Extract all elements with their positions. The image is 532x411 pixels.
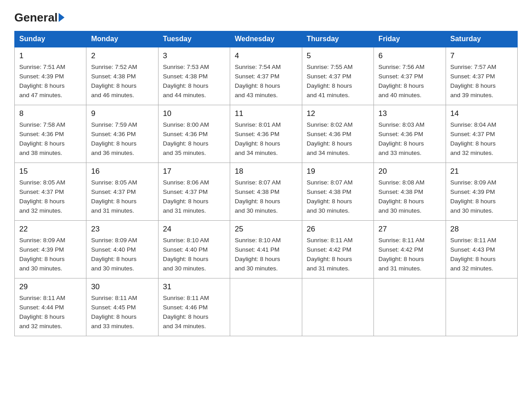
header-thursday: Thursday (302, 31, 373, 47)
day-info: Sunrise: 8:10 AMSunset: 4:41 PMDaylight:… (235, 237, 281, 272)
calendar-week-row: 29Sunrise: 8:11 AMSunset: 4:44 PMDayligh… (15, 278, 518, 336)
calendar-header-row: SundayMondayTuesdayWednesdayThursdayFrid… (15, 31, 518, 47)
header-monday: Monday (86, 31, 158, 47)
header-friday: Friday (374, 31, 446, 47)
day-info: Sunrise: 7:56 AMSunset: 4:37 PMDaylight:… (378, 64, 425, 98)
calendar-day-cell: 10Sunrise: 8:00 AMSunset: 4:36 PMDayligh… (158, 105, 230, 163)
day-info: Sunrise: 8:02 AMSunset: 4:36 PMDaylight:… (307, 121, 353, 156)
calendar-week-row: 22Sunrise: 8:09 AMSunset: 4:39 PMDayligh… (15, 221, 518, 278)
day-info: Sunrise: 8:05 AMSunset: 4:37 PMDaylight:… (91, 179, 137, 214)
calendar-day-cell: 1Sunrise: 7:51 AMSunset: 4:39 PMDaylight… (15, 47, 86, 105)
logo-arrow-icon (59, 13, 64, 22)
day-number: 2 (91, 50, 153, 62)
calendar-day-cell: 22Sunrise: 8:09 AMSunset: 4:39 PMDayligh… (15, 221, 86, 278)
day-number: 26 (307, 223, 369, 235)
calendar-day-cell: 18Sunrise: 8:07 AMSunset: 4:38 PMDayligh… (230, 163, 302, 221)
header-saturday: Saturday (446, 31, 517, 47)
day-info: Sunrise: 8:11 AMSunset: 4:42 PMDaylight:… (378, 237, 425, 272)
day-number: 23 (91, 223, 153, 235)
day-info: Sunrise: 7:59 AMSunset: 4:36 PMDaylight:… (91, 121, 137, 156)
day-info: Sunrise: 8:00 AMSunset: 4:36 PMDaylight:… (163, 121, 209, 156)
day-number: 31 (163, 281, 225, 293)
day-info: Sunrise: 7:57 AMSunset: 4:37 PMDaylight:… (450, 64, 497, 98)
day-info: Sunrise: 7:53 AMSunset: 4:38 PMDaylight:… (163, 64, 209, 98)
day-info: Sunrise: 8:11 AMSunset: 4:43 PMDaylight:… (450, 237, 497, 272)
day-number: 20 (378, 166, 441, 177)
calendar-day-cell (446, 278, 517, 336)
day-number: 25 (235, 223, 297, 235)
day-info: Sunrise: 8:08 AMSunset: 4:38 PMDaylight:… (378, 179, 425, 214)
day-number: 8 (19, 108, 82, 120)
day-info: Sunrise: 8:06 AMSunset: 4:37 PMDaylight:… (163, 179, 209, 214)
calendar-day-cell: 2Sunrise: 7:52 AMSunset: 4:38 PMDaylight… (86, 47, 158, 105)
day-number: 6 (378, 50, 441, 62)
calendar-day-cell: 24Sunrise: 8:10 AMSunset: 4:40 PMDayligh… (158, 221, 230, 278)
day-info: Sunrise: 7:55 AMSunset: 4:37 PMDaylight:… (307, 64, 353, 98)
day-number: 17 (163, 166, 225, 177)
day-info: Sunrise: 8:10 AMSunset: 4:40 PMDaylight:… (163, 237, 209, 272)
calendar-day-cell: 16Sunrise: 8:05 AMSunset: 4:37 PMDayligh… (86, 163, 158, 221)
calendar-week-row: 8Sunrise: 7:58 AMSunset: 4:36 PMDaylight… (15, 105, 518, 163)
calendar-day-cell (230, 278, 302, 336)
calendar-day-cell: 19Sunrise: 8:07 AMSunset: 4:38 PMDayligh… (302, 163, 373, 221)
day-number: 19 (307, 166, 369, 177)
day-number: 30 (91, 281, 153, 293)
calendar-day-cell: 6Sunrise: 7:56 AMSunset: 4:37 PMDaylight… (374, 47, 446, 105)
day-number: 9 (91, 108, 153, 120)
day-number: 16 (91, 166, 153, 177)
calendar-day-cell: 20Sunrise: 8:08 AMSunset: 4:38 PMDayligh… (374, 163, 446, 221)
day-info: Sunrise: 8:04 AMSunset: 4:37 PMDaylight:… (450, 121, 497, 156)
calendar-week-row: 1Sunrise: 7:51 AMSunset: 4:39 PMDaylight… (15, 47, 518, 105)
calendar-day-cell (374, 278, 446, 336)
header-tuesday: Tuesday (158, 31, 230, 47)
day-number: 18 (235, 166, 297, 177)
day-number: 15 (19, 166, 82, 177)
day-number: 10 (163, 108, 225, 120)
calendar-day-cell: 8Sunrise: 7:58 AMSunset: 4:36 PMDaylight… (15, 105, 86, 163)
day-info: Sunrise: 8:09 AMSunset: 4:40 PMDaylight:… (91, 237, 137, 272)
calendar-day-cell (302, 278, 373, 336)
day-number: 13 (378, 108, 441, 120)
day-number: 28 (450, 223, 513, 235)
day-info: Sunrise: 8:07 AMSunset: 4:38 PMDaylight:… (235, 179, 281, 214)
day-info: Sunrise: 8:11 AMSunset: 4:45 PMDaylight:… (91, 295, 137, 330)
calendar-day-cell: 26Sunrise: 8:11 AMSunset: 4:42 PMDayligh… (302, 221, 373, 278)
day-info: Sunrise: 7:54 AMSunset: 4:37 PMDaylight:… (235, 64, 281, 98)
calendar-day-cell: 7Sunrise: 7:57 AMSunset: 4:37 PMDaylight… (446, 47, 517, 105)
day-info: Sunrise: 8:07 AMSunset: 4:38 PMDaylight:… (307, 179, 353, 214)
header-wednesday: Wednesday (230, 31, 302, 47)
day-number: 21 (450, 166, 513, 177)
logo: General (14, 11, 64, 23)
calendar-day-cell: 13Sunrise: 8:03 AMSunset: 4:36 PMDayligh… (374, 105, 446, 163)
day-info: Sunrise: 8:03 AMSunset: 4:36 PMDaylight:… (378, 121, 425, 156)
calendar-day-cell: 4Sunrise: 7:54 AMSunset: 4:37 PMDaylight… (230, 47, 302, 105)
calendar-day-cell: 27Sunrise: 8:11 AMSunset: 4:42 PMDayligh… (374, 221, 446, 278)
calendar-day-cell: 15Sunrise: 8:05 AMSunset: 4:37 PMDayligh… (15, 163, 86, 221)
day-number: 3 (163, 50, 225, 62)
day-number: 1 (19, 50, 82, 62)
page-header: General (14, 11, 518, 23)
calendar-day-cell: 28Sunrise: 8:11 AMSunset: 4:43 PMDayligh… (446, 221, 517, 278)
calendar-day-cell: 29Sunrise: 8:11 AMSunset: 4:44 PMDayligh… (15, 278, 86, 336)
day-info: Sunrise: 8:05 AMSunset: 4:37 PMDaylight:… (19, 179, 65, 214)
day-number: 12 (307, 108, 369, 120)
day-info: Sunrise: 8:01 AMSunset: 4:36 PMDaylight:… (235, 121, 281, 156)
day-number: 27 (378, 223, 441, 235)
day-info: Sunrise: 7:58 AMSunset: 4:36 PMDaylight:… (19, 121, 65, 156)
calendar-day-cell: 30Sunrise: 8:11 AMSunset: 4:45 PMDayligh… (86, 278, 158, 336)
calendar-day-cell: 5Sunrise: 7:55 AMSunset: 4:37 PMDaylight… (302, 47, 373, 105)
day-number: 7 (450, 50, 513, 62)
day-info: Sunrise: 8:11 AMSunset: 4:46 PMDaylight:… (163, 295, 209, 330)
calendar-week-row: 15Sunrise: 8:05 AMSunset: 4:37 PMDayligh… (15, 163, 518, 221)
day-number: 22 (19, 223, 82, 235)
calendar-table: SundayMondayTuesdayWednesdayThursdayFrid… (14, 31, 518, 336)
calendar-day-cell: 23Sunrise: 8:09 AMSunset: 4:40 PMDayligh… (86, 221, 158, 278)
calendar-day-cell: 17Sunrise: 8:06 AMSunset: 4:37 PMDayligh… (158, 163, 230, 221)
calendar-day-cell: 12Sunrise: 8:02 AMSunset: 4:36 PMDayligh… (302, 105, 373, 163)
day-info: Sunrise: 7:51 AMSunset: 4:39 PMDaylight:… (19, 64, 65, 98)
day-number: 14 (450, 108, 513, 120)
calendar-day-cell: 11Sunrise: 8:01 AMSunset: 4:36 PMDayligh… (230, 105, 302, 163)
day-number: 5 (307, 50, 369, 62)
calendar-day-cell: 31Sunrise: 8:11 AMSunset: 4:46 PMDayligh… (158, 278, 230, 336)
calendar-day-cell: 14Sunrise: 8:04 AMSunset: 4:37 PMDayligh… (446, 105, 517, 163)
